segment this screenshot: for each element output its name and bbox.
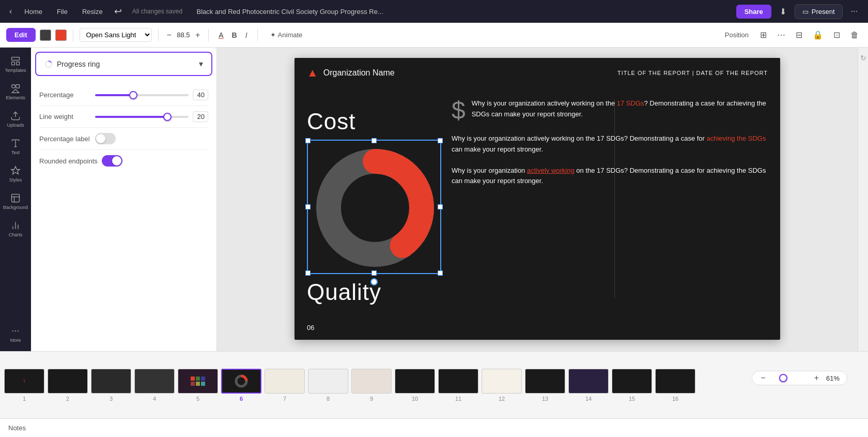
sidebar-item-styles[interactable]: Styles bbox=[2, 161, 29, 187]
font-size-value: 88.5 bbox=[176, 31, 191, 39]
color-swatch-red[interactable] bbox=[55, 29, 67, 41]
line-weight-value[interactable]: 20 bbox=[193, 111, 208, 122]
home-nav-button[interactable]: Home bbox=[19, 6, 48, 18]
vertical-divider bbox=[614, 99, 615, 298]
thumbnail-2[interactable]: 2 bbox=[48, 369, 88, 402]
italic-button[interactable]: I bbox=[242, 29, 251, 41]
styles-icon bbox=[10, 165, 21, 176]
thumbnail-15[interactable]: 15 bbox=[612, 369, 652, 402]
text-color-button[interactable]: A bbox=[215, 29, 227, 41]
file-nav-button[interactable]: File bbox=[52, 6, 73, 18]
animate-button[interactable]: ✦ Animate bbox=[264, 29, 309, 41]
resize-nav-button[interactable]: Resize bbox=[77, 6, 108, 18]
thumb-preview-6 bbox=[221, 369, 261, 394]
download-icon: ⬇ bbox=[780, 7, 786, 17]
lock-button[interactable]: 🔒 bbox=[810, 28, 826, 42]
percentage-row: Percentage 40 bbox=[39, 89, 208, 100]
thumbnail-9[interactable]: 9 bbox=[351, 369, 392, 402]
svg-rect-7 bbox=[12, 194, 20, 202]
undo-button[interactable]: ↩ bbox=[112, 4, 124, 19]
font-size-increase[interactable]: + bbox=[193, 31, 202, 40]
align-button[interactable]: ⊞ bbox=[757, 28, 770, 42]
download-button[interactable]: ⬇ bbox=[776, 5, 791, 19]
progress-ring-header[interactable]: Progress ring ▾ bbox=[35, 52, 212, 76]
text-block-2: Why is your organization actively workin… bbox=[452, 133, 768, 155]
thumbnail-11[interactable]: 11 bbox=[438, 369, 478, 402]
thumbnail-4[interactable]: 4 bbox=[134, 369, 175, 402]
thumbnail-7[interactable]: 7 bbox=[265, 369, 305, 402]
sidebar-item-more[interactable]: ··· More bbox=[2, 321, 29, 347]
font-size-decrease[interactable]: − bbox=[165, 31, 174, 40]
templates-icon bbox=[10, 56, 21, 66]
thumbnail-8[interactable]: 8 bbox=[308, 369, 348, 402]
handle-top-right[interactable] bbox=[438, 138, 443, 143]
color-swatch-dark[interactable] bbox=[40, 29, 51, 41]
progress-ring-selected[interactable] bbox=[307, 140, 441, 274]
rounded-endpoints-toggle[interactable] bbox=[102, 155, 122, 167]
line-weight-slider[interactable] bbox=[95, 116, 189, 118]
back-button[interactable]: ‹ bbox=[6, 5, 15, 18]
thumb-preview-16 bbox=[655, 369, 695, 394]
thumbnail-14[interactable]: 14 bbox=[568, 369, 609, 402]
percentage-label-toggle[interactable] bbox=[95, 133, 116, 144]
percentage-value[interactable]: 40 bbox=[193, 89, 208, 100]
sidebar-item-charts[interactable]: Charts bbox=[2, 216, 29, 242]
thumb-num-8: 8 bbox=[327, 396, 330, 402]
thumbnail-5[interactable]: 5 bbox=[178, 369, 218, 402]
rounded-endpoints-row: Rounded endpoints bbox=[39, 155, 208, 167]
text-block-1: $ Why is your organization actively work… bbox=[452, 98, 768, 123]
thumb-num-11: 11 bbox=[455, 396, 461, 402]
line-weight-slider-container[interactable] bbox=[95, 112, 189, 122]
refresh-icon[interactable]: ↻ bbox=[858, 52, 869, 64]
thumb-preview-13 bbox=[525, 369, 565, 394]
sidebar-item-templates[interactable]: Templates bbox=[2, 52, 29, 77]
progress-ring-icon bbox=[44, 60, 53, 68]
font-family-select[interactable]: Open Sans Light bbox=[80, 28, 152, 42]
thumb-num-10: 10 bbox=[412, 396, 418, 402]
spacing-button[interactable]: ⋯ bbox=[774, 28, 788, 42]
percentage-slider[interactable] bbox=[95, 94, 189, 96]
handle-bottom-mid[interactable] bbox=[371, 270, 377, 276]
share-button[interactable]: Share bbox=[736, 5, 771, 19]
bold-button[interactable]: B bbox=[228, 29, 241, 41]
handle-mid-left[interactable] bbox=[305, 204, 311, 209]
handle-top-mid[interactable] bbox=[371, 138, 377, 143]
delete-button[interactable]: 🗑 bbox=[847, 28, 862, 42]
thumbnail-12[interactable]: 12 bbox=[482, 369, 522, 402]
thumbnail-6[interactable]: 6 bbox=[221, 369, 261, 402]
flip-button[interactable]: ⊡ bbox=[830, 28, 843, 42]
logo-icon: ▲ bbox=[307, 66, 318, 80]
more-options-button[interactable]: ··· bbox=[847, 5, 862, 18]
handle-bottom-right[interactable] bbox=[438, 270, 443, 276]
handle-top-left[interactable] bbox=[305, 138, 311, 143]
sidebar-item-elements[interactable]: Elements bbox=[2, 79, 29, 104]
sidebar-uploads-label: Uploads bbox=[7, 123, 24, 128]
thumbnail-10[interactable]: 10 bbox=[395, 369, 435, 402]
sidebar-item-text[interactable]: Text bbox=[2, 134, 29, 159]
thumbnail-1[interactable]: 1 1 bbox=[4, 369, 44, 402]
thumb-preview-7 bbox=[265, 369, 305, 394]
thumb-num-7: 7 bbox=[283, 396, 286, 402]
thumbnail-16[interactable]: 16 bbox=[655, 369, 695, 402]
font-size-area: − 88.5 + bbox=[165, 31, 203, 40]
position-button[interactable]: Position bbox=[721, 29, 753, 41]
edit-button[interactable]: Edit bbox=[6, 28, 36, 42]
sidebar-item-uploads[interactable]: Uploads bbox=[2, 107, 29, 132]
handle-bottom-left[interactable] bbox=[305, 270, 311, 276]
thumbnail-3[interactable]: 3 bbox=[91, 369, 131, 402]
slide-container[interactable]: ▲ Organization Name TITLE OF THE REPORT … bbox=[295, 58, 780, 340]
rounded-label: Rounded endpoints bbox=[39, 157, 98, 165]
present-button[interactable]: ▭ Present bbox=[795, 4, 843, 19]
thumb-preview-14 bbox=[568, 369, 609, 394]
progress-ring-wrapper[interactable] bbox=[307, 140, 441, 274]
thumbnail-13[interactable]: 13 bbox=[525, 369, 565, 402]
rotate-handle[interactable] bbox=[370, 278, 378, 285]
thumb-num-9: 9 bbox=[370, 396, 373, 402]
link-button[interactable]: ⊟ bbox=[793, 28, 805, 42]
thumbnail-strip: 1 1 2 3 4 5 6 7 bbox=[0, 351, 868, 418]
percentage-slider-container[interactable] bbox=[95, 90, 189, 100]
sidebar-item-background[interactable]: Background bbox=[2, 189, 29, 214]
handle-mid-right[interactable] bbox=[438, 204, 443, 209]
thumb-num-4: 4 bbox=[153, 396, 156, 402]
canvas-scroll[interactable]: ▲ Organization Name TITLE OF THE REPORT … bbox=[217, 48, 858, 351]
